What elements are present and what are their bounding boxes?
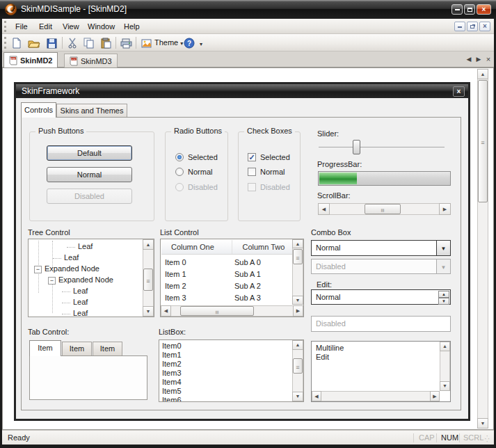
doc-tab-skinmd2[interactable]: DOC SkinMD2 (3, 52, 58, 67)
list-scroll-down-button[interactable]: ▼ (292, 296, 303, 305)
tree-item[interactable]: Leaf (53, 252, 79, 263)
multiline-scroll-right-button[interactable]: ▶ (430, 391, 440, 401)
theme-dropdown-button[interactable]: Theme ▾ (138, 35, 186, 50)
list-scroll-right-button[interactable]: ▶ (293, 305, 303, 317)
mini-tab-3[interactable]: Item (93, 342, 122, 356)
multiline-scroll-down-button[interactable]: ▼ (440, 381, 450, 391)
cut-button[interactable] (65, 35, 80, 50)
spin-up-button[interactable]: ▲ (438, 291, 449, 298)
default-button[interactable]: Default (47, 145, 132, 161)
tree-scroll-down-button[interactable]: ▼ (143, 306, 154, 317)
list-cell[interactable]: Sub A 0 (234, 257, 261, 269)
tab-controls[interactable]: Controls (21, 102, 56, 118)
menu-help[interactable]: Help (118, 19, 146, 34)
resize-grip-icon[interactable]: ⁛ (485, 436, 490, 442)
listbox-scroll-down-button[interactable]: ▼ (292, 392, 303, 401)
collapse-icon[interactable]: − (34, 266, 42, 273)
combo-dropdown-button[interactable]: ▼ (436, 241, 450, 255)
paste-button[interactable] (98, 35, 113, 50)
tree-item[interactable]: Leaf (62, 296, 88, 307)
listbox-item[interactable]: Item0 (162, 342, 182, 351)
slider-track[interactable] (319, 147, 445, 147)
multiline-edit[interactable]: Multiline Edit ▲ ▼ ◀ ▶ (311, 341, 451, 402)
listbox-item[interactable]: Item3 (162, 369, 182, 378)
combo-normal[interactable]: Normal ▼ (311, 240, 451, 256)
open-button[interactable] (26, 35, 42, 50)
toolbar-grip[interactable] (4, 37, 6, 49)
edit-normal[interactable]: Normal ▲ ▼ (311, 289, 451, 305)
list-cell[interactable]: Item 2 (165, 280, 186, 292)
doc-tab-skinmd3[interactable]: DOC SkinMD3 (64, 54, 118, 67)
multiline-scroll-left-button[interactable]: ◀ (312, 391, 321, 401)
listbox-item[interactable]: Item6 (162, 396, 182, 402)
tree-scroll-thumb[interactable]: ≡ (143, 269, 153, 291)
help-button[interactable]: ? (182, 35, 197, 50)
mdi-vscroll-thumb[interactable]: ≡ (478, 80, 488, 202)
mdi-vscroll-down-button[interactable]: ▼ (477, 418, 488, 429)
menubar-grip[interactable] (4, 21, 6, 32)
listbox-scroll-up-button[interactable]: ▲ (292, 340, 303, 350)
list-scroll-left-button[interactable]: ◀ (161, 305, 171, 317)
mdi-close-button[interactable]: × (479, 22, 490, 31)
demo-scroll-right-button[interactable]: ▶ (439, 203, 451, 215)
new-document-button[interactable] (9, 35, 24, 50)
tree-item[interactable]: Leaf (62, 285, 88, 296)
radio-selected[interactable]: Selected (175, 153, 218, 161)
toolbar-overflow-icon[interactable]: ▾ (200, 41, 202, 47)
mdi-vscroll-up-button[interactable]: ▲ (477, 69, 488, 79)
list-cell[interactable]: Item 3 (165, 292, 186, 304)
column-header-two[interactable]: Column Two (232, 240, 292, 254)
tree-item[interactable]: Leaf (62, 307, 88, 317)
demo-scroll-left-button[interactable]: ◀ (318, 203, 330, 215)
listbox-item[interactable]: Item1 (162, 351, 182, 360)
multiline-hscrollbar[interactable] (312, 391, 440, 401)
listbox[interactable]: Item0 Item1 Item2 Item3 Item4 Item5 Item… (159, 339, 304, 402)
maximize-button[interactable] (464, 4, 475, 15)
collapse-icon[interactable]: − (48, 277, 56, 285)
tab-scroll-right-icon[interactable]: ▶ (474, 54, 483, 64)
listbox-item[interactable]: Item4 (162, 378, 182, 387)
child-title-bar[interactable]: SkinFramework × (16, 84, 468, 98)
spin-down-button[interactable]: ▼ (438, 298, 449, 305)
list-cell[interactable]: Item 0 (165, 257, 186, 269)
radio-normal[interactable]: Normal (175, 168, 212, 176)
menu-file[interactable]: File (9, 19, 34, 34)
checkbox-selected[interactable]: ✓ Selected (248, 153, 290, 161)
listbox-item[interactable]: Item2 (162, 360, 182, 369)
tree-item-expanded[interactable]: −Expanded Node (34, 263, 99, 274)
list-cell[interactable]: Sub A 2 (234, 280, 261, 292)
list-cell[interactable]: Item 1 (165, 269, 186, 280)
tab-close-icon[interactable]: × (483, 54, 493, 64)
tab-scroll-left-icon[interactable]: ◀ (464, 54, 474, 64)
list-control[interactable]: Column One Column Two Item 0 Sub A 0 Ite… (160, 239, 304, 317)
list-scroll-thumb[interactable]: ≡ (293, 249, 303, 264)
checkbox-normal[interactable]: Normal (248, 168, 285, 176)
print-button[interactable] (118, 35, 134, 50)
tab-skins-and-themes[interactable]: Skins and Themes (56, 104, 127, 118)
mdi-minimize-button[interactable] (454, 22, 465, 31)
save-button[interactable] (44, 35, 59, 50)
normal-button[interactable]: Normal (47, 167, 132, 182)
copy-button[interactable] (81, 35, 97, 50)
mdi-restore-button[interactable] (467, 22, 478, 31)
minimize-button[interactable] (451, 4, 463, 15)
tree-control[interactable]: Leaf Leaf −Expanded Node −Expanded Node … (28, 239, 154, 317)
slider-thumb[interactable] (353, 140, 360, 154)
listbox-scroll-thumb[interactable]: ≡ (293, 358, 303, 374)
mini-tab-2[interactable]: Item (62, 342, 92, 356)
tree-item[interactable]: Leaf (67, 241, 93, 252)
mini-tab-1[interactable]: Item (29, 340, 61, 356)
demo-scroll-thumb[interactable]: ≡ (365, 204, 401, 214)
listbox-item[interactable]: Item5 (162, 387, 182, 396)
child-close-button[interactable]: × (453, 86, 465, 97)
close-button[interactable]: × (477, 4, 491, 15)
list-scroll-up-button[interactable]: ▲ (292, 239, 303, 248)
multiline-scroll-up-button[interactable]: ▲ (440, 342, 450, 351)
tree-item-expanded[interactable]: −Expanded Node (48, 274, 113, 285)
tree-scroll-up-button[interactable]: ▲ (143, 239, 154, 250)
menu-edit[interactable]: Edit (33, 19, 58, 34)
list-hscroll-thumb[interactable]: ≡ (180, 306, 254, 316)
list-cell[interactable]: Sub A 3 (234, 292, 261, 304)
menu-window[interactable]: Window (81, 19, 121, 34)
list-cell[interactable]: Sub A 1 (234, 269, 261, 280)
